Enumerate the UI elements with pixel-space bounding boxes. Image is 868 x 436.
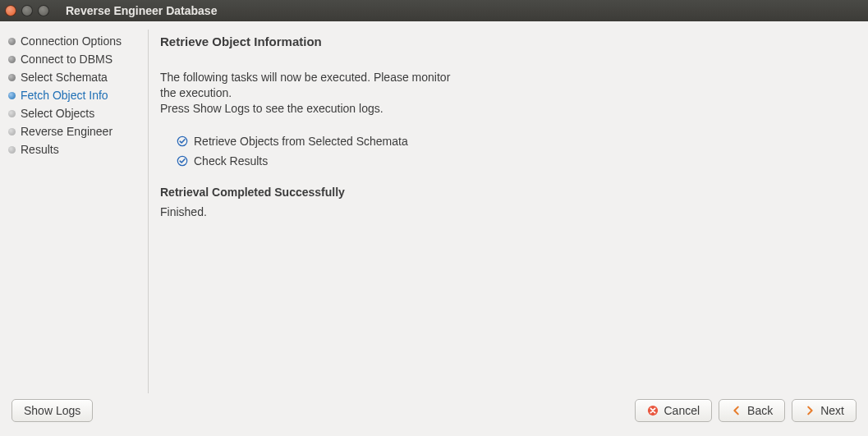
button-label: Cancel xyxy=(664,404,700,417)
step-select-objects: Select Objects xyxy=(8,107,145,120)
dialog-window: Reverse Engineer Database Connection Opt… xyxy=(0,0,868,436)
window-controls xyxy=(5,5,49,16)
button-label: Next xyxy=(820,404,844,417)
description-line: The following tasks will now be executed… xyxy=(160,71,450,84)
main-panel: Retrieve Object Information The followin… xyxy=(155,30,860,393)
titlebar: Reverse Engineer Database xyxy=(0,0,868,21)
minimize-window-button[interactable] xyxy=(21,5,33,16)
step-connection-options: Connection Options xyxy=(8,34,145,48)
wizard-steps-sidebar: Connection Options Connect to DBMS Selec… xyxy=(8,30,145,393)
next-button[interactable]: Next xyxy=(792,399,857,422)
task-item: Check Results xyxy=(177,154,850,168)
step-select-schemata: Select Schemata xyxy=(8,71,145,84)
back-button[interactable]: Back xyxy=(719,399,785,422)
description-line: the execution. xyxy=(160,86,232,99)
dialog-body: Connection Options Connect to DBMS Selec… xyxy=(0,21,868,436)
task-list: Retrieve Objects from Selected Schemata … xyxy=(177,135,850,168)
task-item: Retrieve Objects from Selected Schemata xyxy=(177,135,850,148)
arrow-right-icon xyxy=(804,405,815,416)
step-bullet-icon xyxy=(8,92,16,99)
step-label: Select Schemata xyxy=(21,71,108,84)
button-label: Back xyxy=(747,404,773,417)
step-label: Select Objects xyxy=(21,107,94,120)
checkmark-icon xyxy=(177,135,188,147)
step-reverse-engineer: Reverse Engineer xyxy=(8,125,145,138)
step-fetch-object-info: Fetch Object Info xyxy=(8,89,145,102)
step-results: Results xyxy=(8,143,145,156)
step-label: Fetch Object Info xyxy=(21,89,108,102)
maximize-window-button[interactable] xyxy=(38,5,49,16)
step-bullet-icon xyxy=(8,146,16,154)
cancel-button[interactable]: Cancel xyxy=(635,399,712,422)
description-line: Press Show Logs to see the execution log… xyxy=(160,102,383,115)
step-bullet-icon xyxy=(8,38,16,45)
close-window-button[interactable] xyxy=(5,5,16,16)
result-title: Retrieval Completed Successfully xyxy=(160,186,850,199)
step-bullet-icon xyxy=(8,74,16,81)
step-label: Results xyxy=(21,143,59,156)
step-label: Connection Options xyxy=(21,34,122,48)
step-bullet-icon xyxy=(8,128,16,135)
step-label: Reverse Engineer xyxy=(21,125,113,138)
show-logs-button[interactable]: Show Logs xyxy=(11,399,93,422)
button-label: Show Logs xyxy=(24,404,80,417)
footer-bar: Show Logs Cancel Back Next xyxy=(0,393,868,436)
result-status: Finished. xyxy=(160,205,850,218)
step-label: Connect to DBMS xyxy=(21,53,113,66)
window-title: Reverse Engineer Database xyxy=(66,4,217,17)
step-connect-to-dbms: Connect to DBMS xyxy=(8,53,145,66)
description-text: The following tasks will now be executed… xyxy=(160,70,850,117)
task-label: Retrieve Objects from Selected Schemata xyxy=(194,135,408,148)
task-label: Check Results xyxy=(194,154,268,168)
step-bullet-icon xyxy=(8,56,16,63)
content-area: Connection Options Connect to DBMS Selec… xyxy=(0,21,868,393)
step-bullet-icon xyxy=(8,110,16,117)
cancel-icon xyxy=(647,405,659,416)
checkmark-icon xyxy=(177,155,188,167)
page-title: Retrieve Object Information xyxy=(160,34,850,48)
vertical-separator xyxy=(148,30,149,393)
arrow-left-icon xyxy=(731,405,742,416)
